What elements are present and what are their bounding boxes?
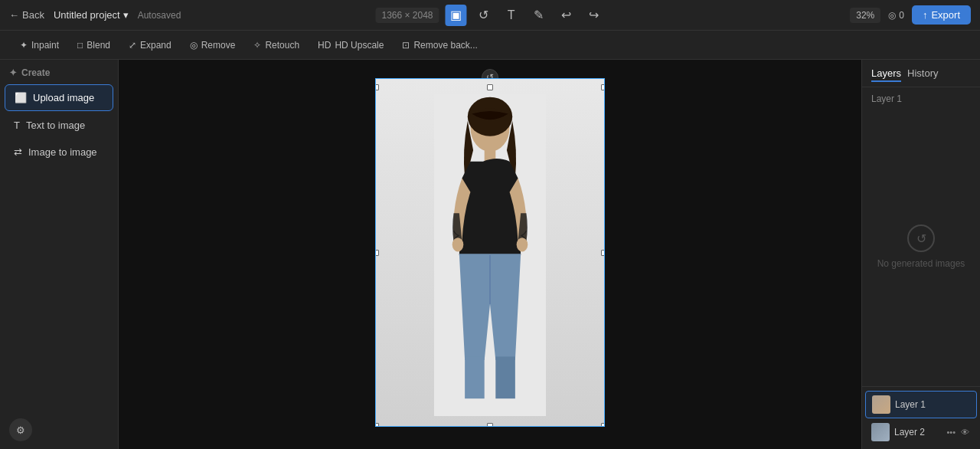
- no-images-icon: ↺: [907, 224, 935, 252]
- svg-point-7: [452, 238, 464, 251]
- settings-icon: ⚙: [16, 424, 25, 436]
- person-silhouette: [429, 94, 551, 416]
- top-layer-label: Layer 1: [862, 87, 980, 107]
- layers-section: Layer 1 Layer 2 ••• 👁: [862, 386, 980, 449]
- back-label: Back: [22, 9, 44, 21]
- svg-point-8: [517, 238, 528, 251]
- upload-image-label: Upload image: [33, 92, 94, 103]
- topbar-left: ← Back Untitled project ▾ Autosaved: [9, 9, 181, 21]
- remove-button[interactable]: ◎ Remove: [182, 37, 243, 54]
- canvas-wrapper: ↺: [375, 70, 605, 438]
- export-icon: ↑: [923, 9, 928, 21]
- back-button[interactable]: ← Back: [9, 9, 44, 21]
- back-arrow-icon: ←: [9, 9, 19, 21]
- text-to-image-icon: T: [14, 120, 20, 131]
- layer-2-visibility-button[interactable]: 👁: [959, 427, 971, 438]
- no-images-text: No generated images: [877, 258, 965, 269]
- credits-badge: ◎ 0: [888, 10, 904, 21]
- inpaint-icon: ✦: [20, 40, 28, 51]
- canvas-area[interactable]: ↺: [119, 60, 861, 449]
- text-tool-button[interactable]: T: [501, 5, 522, 26]
- create-icon: ✦: [9, 67, 17, 78]
- undo-button[interactable]: ↩: [556, 5, 577, 26]
- resize-handle-ml[interactable]: [375, 250, 379, 256]
- svg-rect-4: [465, 356, 485, 398]
- inpaint-label: Inpaint: [31, 40, 59, 51]
- top-layer-name: Layer 1: [871, 93, 902, 104]
- text-to-image-label: Text to image: [26, 120, 85, 131]
- chevron-down-icon: ▾: [123, 9, 129, 21]
- canvas-size-label: 1366 × 2048: [375, 8, 439, 23]
- redo-button[interactable]: ↪: [583, 5, 605, 26]
- pen-tool-button[interactable]: ✎: [528, 5, 550, 26]
- topbar-center: 1366 × 2048 ▣ ↺ T ✎ ↩ ↪: [375, 5, 604, 26]
- layer-2-name: Layer 2: [894, 427, 940, 438]
- export-button[interactable]: ↑ Export: [912, 5, 971, 25]
- layer-item-2[interactable]: Layer 2 ••• 👁: [865, 419, 977, 445]
- retouch-button[interactable]: ✧ Retouch: [246, 37, 307, 54]
- settings-button[interactable]: ⚙: [9, 418, 32, 441]
- sidebar-item-upload-image[interactable]: ⬜ Upload image: [5, 84, 113, 111]
- tab-layers[interactable]: Layers: [871, 67, 901, 82]
- image-to-image-icon: ⇄: [14, 146, 22, 158]
- remove-label: Remove: [201, 40, 236, 51]
- right-panel-tabs: Layers History: [871, 67, 938, 82]
- tab-history[interactable]: History: [907, 67, 938, 82]
- blend-button[interactable]: □ Blend: [70, 37, 118, 54]
- select-tool-button[interactable]: ▣: [446, 5, 467, 26]
- svg-rect-5: [495, 356, 515, 398]
- sidebar-item-image-to-image[interactable]: ⇄ Image to image: [5, 139, 113, 165]
- remove-background-label: Remove back...: [413, 40, 477, 51]
- main-layout: ✦ Create ⬜ Upload image T Text to image …: [0, 60, 980, 449]
- upscale-label: HD Upscale: [335, 40, 384, 51]
- resize-handle-bc[interactable]: [487, 423, 493, 427]
- credits-icon: ◎: [888, 10, 896, 21]
- sidebar-bottom: ⚙: [0, 411, 118, 449]
- topbar: ← Back Untitled project ▾ Autosaved 1366…: [0, 0, 980, 31]
- layer-2-thumbnail: [871, 423, 890, 441]
- sidebar-item-text-to-image[interactable]: T Text to image: [5, 113, 113, 138]
- layer-1-thumbnail: [872, 395, 890, 414]
- retouch-icon: ✧: [253, 40, 261, 51]
- resize-handle-br[interactable]: [601, 423, 605, 427]
- project-name[interactable]: Untitled project ▾: [54, 9, 129, 21]
- blend-icon: □: [77, 40, 83, 51]
- zoom-indicator[interactable]: 32%: [850, 8, 880, 23]
- resize-handle-tc[interactable]: [487, 84, 493, 90]
- canvas-image-container: [375, 78, 605, 427]
- inpaint-button[interactable]: ✦ Inpaint: [12, 37, 67, 54]
- right-panel: Layers History Layer 1 ↺ No generated im…: [861, 60, 980, 449]
- export-label: Export: [931, 9, 960, 21]
- project-name-label: Untitled project: [54, 9, 120, 21]
- retouch-label: Retouch: [265, 40, 299, 51]
- left-panel: ✦ Create ⬜ Upload image T Text to image …: [0, 60, 119, 449]
- credits-count: 0: [899, 10, 904, 21]
- hd-icon: HD: [318, 40, 331, 51]
- resize-handle-bl[interactable]: [375, 423, 379, 427]
- remove-icon: ◎: [190, 40, 198, 51]
- remove-background-button[interactable]: ⊡ Remove back...: [394, 37, 485, 54]
- layer-item-1[interactable]: Layer 1: [865, 391, 977, 418]
- layer-2-more-button[interactable]: •••: [945, 427, 957, 438]
- blend-label: Blend: [87, 40, 110, 51]
- remove-bg-icon: ⊡: [402, 40, 410, 51]
- expand-icon: ⤢: [129, 40, 136, 51]
- image-to-image-label: Image to image: [28, 146, 97, 158]
- right-panel-header: Layers History: [862, 60, 980, 87]
- no-generated-images-area: ↺ No generated images: [862, 107, 980, 386]
- autosaved-label: Autosaved: [138, 10, 181, 21]
- upload-image-icon: ⬜: [15, 92, 27, 103]
- expand-button[interactable]: ⤢ Expand: [121, 37, 179, 54]
- secondary-toolbar: ✦ Inpaint □ Blend ⤢ Expand ◎ Remove ✧ Re…: [0, 31, 980, 60]
- crop-tool-button[interactable]: ↺: [473, 5, 495, 26]
- upscale-button[interactable]: HD HD Upscale: [310, 37, 391, 54]
- resize-handle-mr[interactable]: [601, 250, 605, 256]
- resize-handle-tr[interactable]: [601, 84, 605, 90]
- expand-label: Expand: [140, 40, 172, 51]
- layer-2-actions: ••• 👁: [945, 427, 971, 438]
- topbar-right: 32% ◎ 0 ↑ Export: [850, 5, 971, 25]
- create-section-header: ✦ Create: [0, 60, 118, 84]
- layer-1-name: Layer 1: [895, 399, 970, 410]
- refresh-circle-icon: ↺: [916, 231, 926, 246]
- resize-handle-tl[interactable]: [375, 84, 379, 90]
